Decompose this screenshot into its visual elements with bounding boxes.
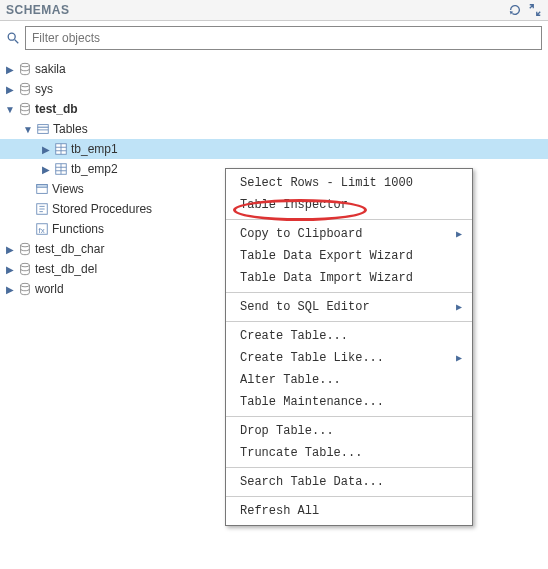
menu-send-sql[interactable]: Send to SQL Editor▶ xyxy=(226,296,472,318)
submenu-arrow-icon: ▶ xyxy=(456,228,462,240)
menu-label: Table Data Import Wizard xyxy=(240,271,413,285)
folder-label: Functions xyxy=(52,222,104,236)
svg-point-3 xyxy=(21,83,30,87)
menu-drop-table[interactable]: Drop Table... xyxy=(226,420,472,442)
database-icon xyxy=(17,241,33,257)
menu-separator xyxy=(226,467,472,468)
database-icon xyxy=(17,101,33,117)
filter-input[interactable] xyxy=(25,26,542,50)
svg-point-21 xyxy=(21,243,30,247)
folder-label: Tables xyxy=(53,122,88,136)
menu-copy-clipboard[interactable]: Copy to Clipboard▶ xyxy=(226,223,472,245)
schema-test-db[interactable]: ▼ test_db xyxy=(0,99,548,119)
menu-label: Table Inspector xyxy=(240,198,348,212)
table-icon xyxy=(53,161,69,177)
database-icon xyxy=(17,81,33,97)
menu-label: Truncate Table... xyxy=(240,446,362,460)
menu-maintenance[interactable]: Table Maintenance... xyxy=(226,391,472,413)
menu-export-wizard[interactable]: Table Data Export Wizard xyxy=(226,245,472,267)
table-label: tb_emp1 xyxy=(71,142,118,156)
folder-label: Views xyxy=(52,182,84,196)
svg-point-22 xyxy=(21,263,30,267)
submenu-arrow-icon: ▶ xyxy=(456,301,462,313)
svg-point-23 xyxy=(21,283,30,287)
svg-line-1 xyxy=(15,40,19,44)
menu-select-rows[interactable]: Select Rows - Limit 1000 xyxy=(226,172,472,194)
schema-label: sakila xyxy=(35,62,66,76)
schema-label: world xyxy=(35,282,64,296)
menu-separator xyxy=(226,496,472,497)
schema-label: test_db_char xyxy=(35,242,104,256)
stored-procedures-icon xyxy=(34,201,50,217)
menu-label: Select Rows - Limit 1000 xyxy=(240,176,413,190)
schema-label: sys xyxy=(35,82,53,96)
menu-create-table[interactable]: Create Table... xyxy=(226,325,472,347)
schemas-panel-header: SCHEMAS xyxy=(0,0,548,21)
collapsed-icon[interactable]: ▶ xyxy=(40,143,52,155)
collapsed-icon[interactable]: ▶ xyxy=(4,283,16,295)
menu-search-data[interactable]: Search Table Data... xyxy=(226,471,472,493)
database-icon xyxy=(17,281,33,297)
menu-label: Create Table... xyxy=(240,329,348,343)
table-context-menu: Select Rows - Limit 1000 Table Inspector… xyxy=(225,168,473,526)
svg-text:fx: fx xyxy=(39,226,45,235)
schema-sakila[interactable]: ▶ sakila xyxy=(0,59,548,79)
database-icon xyxy=(17,261,33,277)
menu-label: Send to SQL Editor xyxy=(240,300,370,314)
menu-truncate[interactable]: Truncate Table... xyxy=(226,442,472,464)
menu-label: Create Table Like... xyxy=(240,351,384,365)
folder-tables[interactable]: ▼ Tables xyxy=(0,119,548,139)
table-label: tb_emp2 xyxy=(71,162,118,176)
menu-refresh-all[interactable]: Refresh All xyxy=(226,500,472,522)
menu-alter-table[interactable]: Alter Table... xyxy=(226,369,472,391)
svg-point-4 xyxy=(21,103,30,107)
svg-point-0 xyxy=(8,33,15,40)
menu-label: Refresh All xyxy=(240,504,319,518)
functions-icon: fx xyxy=(34,221,50,237)
submenu-arrow-icon: ▶ xyxy=(456,352,462,364)
expand-icon[interactable] xyxy=(528,3,542,17)
collapsed-icon[interactable]: ▶ xyxy=(40,163,52,175)
views-icon xyxy=(34,181,50,197)
svg-point-2 xyxy=(21,63,30,67)
menu-label: Alter Table... xyxy=(240,373,341,387)
database-icon xyxy=(17,61,33,77)
schema-label: test_db xyxy=(35,102,78,116)
expanded-icon[interactable]: ▼ xyxy=(4,103,16,115)
collapsed-icon[interactable]: ▶ xyxy=(4,63,16,75)
search-icon xyxy=(6,31,20,45)
refresh-icon[interactable] xyxy=(508,3,522,17)
schema-sys[interactable]: ▶ sys xyxy=(0,79,548,99)
folder-icon xyxy=(35,121,51,137)
collapsed-icon[interactable]: ▶ xyxy=(4,243,16,255)
collapsed-icon[interactable]: ▶ xyxy=(4,263,16,275)
schema-label: test_db_del xyxy=(35,262,97,276)
menu-separator xyxy=(226,321,472,322)
menu-label: Copy to Clipboard xyxy=(240,227,362,241)
menu-separator xyxy=(226,416,472,417)
panel-header-actions xyxy=(508,3,542,17)
expanded-icon[interactable]: ▼ xyxy=(22,123,34,135)
menu-table-inspector[interactable]: Table Inspector xyxy=(226,194,472,216)
svg-rect-17 xyxy=(37,185,48,188)
menu-label: Drop Table... xyxy=(240,424,334,438)
menu-create-like[interactable]: Create Table Like...▶ xyxy=(226,347,472,369)
folder-label: Stored Procedures xyxy=(52,202,152,216)
menu-separator xyxy=(226,219,472,220)
table-tb-emp1[interactable]: ▶ tb_emp1 xyxy=(0,139,548,159)
collapsed-icon[interactable]: ▶ xyxy=(4,83,16,95)
menu-import-wizard[interactable]: Table Data Import Wizard xyxy=(226,267,472,289)
table-icon xyxy=(53,141,69,157)
menu-label: Table Maintenance... xyxy=(240,395,384,409)
menu-label: Search Table Data... xyxy=(240,475,384,489)
menu-label: Table Data Export Wizard xyxy=(240,249,413,263)
filter-row xyxy=(0,21,548,55)
panel-title: SCHEMAS xyxy=(6,3,70,17)
menu-separator xyxy=(226,292,472,293)
